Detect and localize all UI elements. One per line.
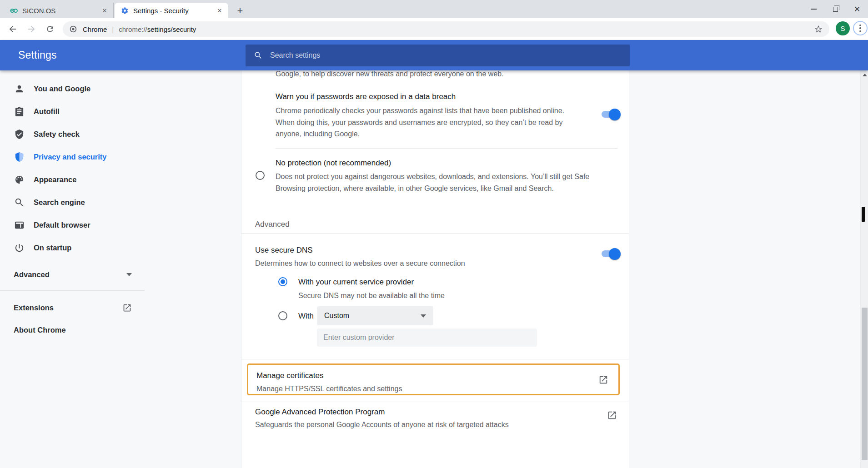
tab-title: SICON.OS bbox=[22, 7, 96, 15]
scrollbar-thumb[interactable] bbox=[862, 308, 868, 460]
sidebar-divider bbox=[0, 290, 145, 291]
dns-current-provider-radio[interactable] bbox=[278, 277, 287, 286]
sidebar-item-label: Safety check bbox=[34, 130, 80, 139]
no-protection-description: Does not protect you against dangerous w… bbox=[276, 171, 601, 194]
search-engine-icon bbox=[14, 197, 25, 208]
settings-header: Settings bbox=[0, 40, 868, 70]
settings-search-input[interactable] bbox=[270, 51, 543, 60]
appearance-icon bbox=[14, 174, 25, 185]
sidebar-item-safety-check[interactable]: Safety check bbox=[0, 123, 145, 145]
window-controls: ✕ bbox=[803, 0, 868, 18]
sidebar-advanced-toggle[interactable]: Advanced bbox=[0, 264, 145, 285]
settings-search[interactable] bbox=[246, 45, 630, 66]
dns-current-provider-description: Secure DNS may not be available all the … bbox=[298, 290, 445, 302]
url-separator: | bbox=[112, 25, 114, 33]
url-host: Chrome bbox=[83, 25, 107, 33]
search-icon bbox=[254, 51, 263, 60]
advanced-protection-title: Google Advanced Protection Program bbox=[255, 408, 385, 417]
url-bar[interactable]: Chrome | chrome://settings/security bbox=[63, 21, 829, 37]
password-breach-description: Chrome periodically checks your password… bbox=[276, 105, 581, 140]
close-tab-icon[interactable]: ✕ bbox=[216, 6, 224, 15]
sidebar-item-autofill[interactable]: Autofill bbox=[0, 100, 145, 123]
external-link-icon bbox=[607, 410, 617, 420]
back-icon[interactable] bbox=[5, 21, 20, 37]
power-icon bbox=[14, 243, 25, 253]
close-tab-icon[interactable]: ✕ bbox=[100, 6, 109, 15]
advanced-protection-row[interactable]: Google Advanced Protection Program Safeg… bbox=[241, 402, 629, 445]
secure-dns-toggle[interactable] bbox=[602, 248, 621, 260]
sidebar-item-search-engine[interactable]: Search engine bbox=[0, 191, 145, 214]
security-settings-card: Google, to help discover new threats and… bbox=[241, 70, 629, 468]
minimize-icon[interactable] bbox=[803, 0, 824, 18]
mouse-cursor bbox=[862, 207, 865, 222]
privacy-shield-icon bbox=[14, 152, 25, 162]
url-path: settings/security bbox=[147, 25, 196, 33]
sidebar-item-label: Default browser bbox=[34, 221, 90, 229]
tab-sicon-os[interactable]: SICON.OS ✕ bbox=[4, 3, 114, 18]
sidebar-item-about-chrome[interactable]: About Chrome bbox=[0, 319, 145, 341]
sidebar-item-label: You and Google bbox=[34, 85, 90, 93]
secure-dns-description: Determines how to connect to websites ov… bbox=[255, 258, 465, 269]
sidebar-advanced-label: Advanced bbox=[14, 270, 50, 279]
advanced-protection-description: Safeguards the personal Google Accounts … bbox=[255, 419, 509, 431]
autofill-icon bbox=[14, 106, 25, 117]
browser-menu-icon[interactable] bbox=[853, 21, 868, 35]
default-browser-icon bbox=[14, 220, 25, 230]
page-info-icon[interactable] bbox=[69, 25, 77, 33]
no-protection-radio[interactable] bbox=[256, 171, 265, 180]
avatar[interactable]: S bbox=[836, 21, 850, 35]
settings-sidebar: You and Google Autofill Safety check Pri… bbox=[0, 70, 150, 468]
select-arrow-icon bbox=[421, 314, 426, 318]
sidebar-item-label: Autofill bbox=[34, 107, 60, 116]
sidebar-item-default-browser[interactable]: Default browser bbox=[0, 214, 145, 236]
browser-toolbar: Chrome | chrome://settings/security S bbox=[0, 18, 868, 40]
sidebar-item-you-and-google[interactable]: You and Google bbox=[0, 77, 145, 100]
safety-check-icon bbox=[14, 129, 25, 139]
dns-custom-label: With bbox=[298, 312, 314, 321]
dns-custom-radio[interactable] bbox=[278, 311, 287, 320]
settings-page: You and Google Autofill Safety check Pri… bbox=[0, 70, 868, 468]
sidebar-item-label: On startup bbox=[34, 244, 71, 252]
close-icon[interactable]: ✕ bbox=[846, 0, 868, 18]
sidebar-item-label: Appearance bbox=[34, 175, 76, 184]
sicon-logo-icon bbox=[10, 7, 18, 15]
tab-title: Settings - Security bbox=[133, 7, 211, 15]
url-scheme: chrome:// bbox=[119, 25, 147, 33]
sidebar-extensions-label: Extensions bbox=[14, 304, 54, 312]
person-icon bbox=[14, 84, 25, 94]
sidebar-item-on-startup[interactable]: On startup bbox=[0, 236, 145, 259]
restore-icon[interactable] bbox=[824, 0, 846, 18]
external-link-icon bbox=[122, 303, 132, 313]
no-protection-title: No protection (not recommended) bbox=[276, 159, 391, 168]
page-scrollbar[interactable] bbox=[860, 70, 868, 468]
sidebar-item-privacy-and-security[interactable]: Privacy and security bbox=[0, 145, 145, 168]
forward-icon[interactable] bbox=[24, 21, 39, 37]
chevron-down-icon bbox=[126, 273, 132, 276]
new-tab-button[interactable]: + bbox=[234, 5, 246, 17]
manage-certificates-title: Manage certificates bbox=[256, 371, 323, 380]
dns-current-provider-title: With your current service provider bbox=[298, 278, 414, 287]
custom-provider-input[interactable] bbox=[317, 329, 537, 347]
sidebar-item-label: Privacy and security bbox=[34, 153, 107, 161]
advanced-section-label: Advanced bbox=[255, 220, 290, 229]
sidebar-item-appearance[interactable]: Appearance bbox=[0, 168, 145, 191]
manage-certificates-description: Manage HTTPS/SSL certificates and settin… bbox=[256, 383, 402, 395]
reload-icon[interactable] bbox=[42, 21, 58, 37]
secure-dns-title: Use secure DNS bbox=[255, 246, 313, 255]
scroll-up-arrow-icon[interactable] bbox=[863, 74, 867, 76]
page-title: Settings bbox=[18, 49, 57, 61]
manage-certificates-row[interactable]: Manage certificates Manage HTTPS/SSL cer… bbox=[247, 363, 620, 395]
tab-strip: SICON.OS ✕ Settings - Security ✕ + ✕ bbox=[0, 0, 868, 18]
sidebar-item-extensions[interactable]: Extensions bbox=[0, 297, 145, 319]
dns-provider-select[interactable]: Custom bbox=[317, 306, 433, 325]
bookmark-star-icon[interactable] bbox=[814, 25, 823, 34]
dns-provider-selected-value: Custom bbox=[324, 312, 349, 320]
settings-gear-icon bbox=[121, 7, 129, 15]
row-divider bbox=[276, 148, 617, 149]
external-link-icon bbox=[598, 375, 608, 385]
password-breach-title: Warn you if passwords are exposed in a d… bbox=[276, 92, 456, 101]
tab-settings-security[interactable]: Settings - Security ✕ bbox=[115, 3, 228, 18]
sidebar-about-label: About Chrome bbox=[14, 326, 66, 334]
password-breach-toggle[interactable] bbox=[602, 109, 621, 120]
sidebar-item-label: Search engine bbox=[34, 198, 85, 207]
